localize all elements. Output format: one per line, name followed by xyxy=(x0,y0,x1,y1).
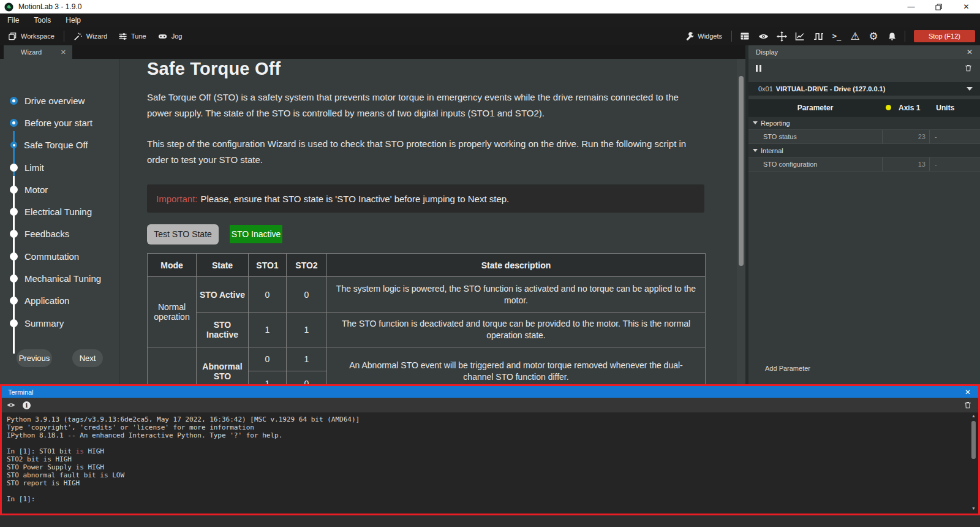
sidebar-item-application[interactable]: Application xyxy=(0,290,119,312)
sto1-cell: 0 xyxy=(249,347,287,371)
group-reporting[interactable]: Reporting xyxy=(748,116,980,130)
wand-icon xyxy=(74,32,83,41)
sidebar-item-commutation[interactable]: Commutation xyxy=(0,245,119,267)
move-widget-icon[interactable] xyxy=(772,28,791,44)
wizard-steps: Drive overview Before your start Safe To… xyxy=(0,89,119,334)
square-wave-icon[interactable] xyxy=(809,28,827,44)
main-toolbar: Workspace Wizard Tune Jog Widgets xyxy=(0,27,980,45)
scroll-up-icon[interactable]: ▲ xyxy=(970,412,978,420)
table-header-row: Mode State STO1 STO2 State description xyxy=(148,254,706,277)
sto1-cell: 1 xyxy=(249,371,287,385)
table-row: Abnormal STO 0 1 An Abnormal STO event w… xyxy=(148,347,706,371)
step-bullet xyxy=(10,186,18,194)
sidebar-item-mechanical-tuning[interactable]: Mechanical Tuning xyxy=(0,267,119,289)
description-cell: The system logic is powered, the STO fun… xyxy=(327,277,706,313)
scrollbar-thumb[interactable] xyxy=(739,76,744,266)
sidebar-item-summary[interactable]: Summary xyxy=(0,312,119,334)
restore-button[interactable] xyxy=(925,0,952,13)
terminal-scrollbar[interactable]: ▲ ▼ xyxy=(970,412,978,514)
display-close-icon[interactable]: ✕ xyxy=(967,48,973,56)
menu-help[interactable]: Help xyxy=(58,13,88,27)
workspace-icon xyxy=(8,32,17,41)
terminal-close-icon[interactable]: ✕ xyxy=(965,388,971,396)
table-row: Normal operation STO Active 0 0 The syst… xyxy=(148,277,706,313)
display-toolbar xyxy=(748,59,980,77)
state-cell: STO Inactive xyxy=(197,313,249,347)
sidebar-item-electrical-tuning[interactable]: Electrical Tuning xyxy=(0,200,119,222)
test-sto-state-button[interactable]: Test STO State xyxy=(147,224,219,245)
parameter-units: - xyxy=(929,130,980,143)
pause-icon[interactable] xyxy=(756,65,763,72)
tab-label: Wizard xyxy=(21,48,61,56)
trash-icon[interactable] xyxy=(964,64,973,72)
parameter-value: 23 xyxy=(882,130,929,143)
eye-widget-icon[interactable] xyxy=(754,28,772,44)
step-bullet xyxy=(10,230,18,238)
close-button[interactable]: ✕ xyxy=(952,0,980,13)
next-button[interactable]: Next xyxy=(72,349,103,367)
menu-file[interactable]: File xyxy=(0,13,26,27)
sto1-cell: 1 xyxy=(249,313,287,347)
previous-button[interactable]: Previous xyxy=(17,349,52,367)
device-selector[interactable]: 0x01 VIRTUAL-DRIVE - Drive (127.0.0.1) xyxy=(748,82,980,96)
header-description: State description xyxy=(327,254,706,277)
terminal-console[interactable]: Python 3.9.13 (tags/v3.9.13:6de2ca5, May… xyxy=(2,412,978,514)
parameter-value: 13 xyxy=(882,157,929,171)
sidebar-item-limit[interactable]: Limit xyxy=(0,156,119,178)
tab-wizard[interactable]: Wizard ✕ xyxy=(4,45,72,59)
parameter-units: - xyxy=(929,157,980,171)
main-scrollbar[interactable] xyxy=(737,59,745,384)
tab-strip: Wizard ✕ xyxy=(0,45,745,59)
menu-bar: File Tools Help xyxy=(0,13,980,27)
step-bullet xyxy=(10,142,17,148)
parameter-table-header: Parameter Axis 1 Units xyxy=(748,99,980,116)
console-line: IPython 8.18.1 -- An enhanced Interactiv… xyxy=(7,431,978,439)
wrench-icon xyxy=(685,32,694,40)
column-parameter: Parameter xyxy=(748,104,882,112)
tune-button[interactable]: Tune xyxy=(113,28,152,44)
sidebar-item-before-your-start[interactable]: Before your start xyxy=(0,112,119,134)
minimize-button[interactable]: — xyxy=(897,0,925,13)
info-icon[interactable]: i xyxy=(23,401,31,409)
motionlab-window: MotionLab 3 - 1.9.0 — ✕ File Tools Help … xyxy=(0,0,980,527)
sto2-cell: 1 xyxy=(287,313,327,347)
jog-button[interactable]: Jog xyxy=(152,28,188,44)
warning-widget-icon[interactable]: ⚠ xyxy=(846,28,864,44)
sidebar-item-feedbacks[interactable]: Feedbacks xyxy=(0,223,119,245)
parameter-row-sto-status[interactable]: STO status 23 - xyxy=(748,130,980,144)
stop-button[interactable]: Stop (F12) xyxy=(914,30,975,42)
scrollbar-thumb[interactable] xyxy=(971,421,976,459)
bell-icon[interactable] xyxy=(883,28,901,44)
collapse-triangle-icon xyxy=(753,121,758,124)
chevron-down-icon xyxy=(967,87,973,91)
step-bullet xyxy=(10,297,18,305)
header-sto1: STO1 xyxy=(249,254,287,277)
add-parameter-button[interactable]: Add Parameter xyxy=(765,365,810,372)
gear-icon[interactable]: ⚙ xyxy=(864,28,883,44)
console-prompt[interactable]: In [1]: xyxy=(7,495,978,503)
eye-icon[interactable] xyxy=(7,401,15,409)
wizard-button[interactable]: Wizard xyxy=(68,28,113,44)
widgets-button[interactable]: Widgets xyxy=(680,28,728,44)
sliders-icon xyxy=(118,32,127,41)
parameter-row-sto-configuration[interactable]: STO configuration 13 - xyxy=(748,157,980,172)
terminal-trash-icon[interactable] xyxy=(963,401,972,409)
scroll-down-icon[interactable]: ▼ xyxy=(970,505,978,512)
group-internal[interactable]: Internal xyxy=(748,144,980,157)
mode-cell: Normal operation xyxy=(148,277,197,347)
table-widget-icon[interactable] xyxy=(736,28,754,44)
sidebar-item-motor[interactable]: Motor xyxy=(0,178,119,200)
step-bullet xyxy=(10,97,18,105)
jog-label: Jog xyxy=(172,32,183,40)
tab-close-icon[interactable]: ✕ xyxy=(61,48,66,56)
terminal-header[interactable]: Terminal ✕ xyxy=(2,386,978,398)
menu-tools[interactable]: Tools xyxy=(26,13,58,27)
console-line-blank xyxy=(7,487,978,495)
terminal-widget-icon[interactable]: >_ xyxy=(827,28,846,44)
chart-widget-icon[interactable] xyxy=(791,28,809,44)
instruction-paragraph: This step of the configuration Wizard is… xyxy=(147,136,702,168)
sidebar-item-safe-torque-off[interactable]: Safe Torque Off xyxy=(0,134,119,156)
sidebar-item-drive-overview[interactable]: Drive overview xyxy=(0,89,119,112)
table-row: STO Inactive 1 1 The STO function is dea… xyxy=(148,313,706,347)
workspace-button[interactable]: Workspace xyxy=(2,28,60,44)
